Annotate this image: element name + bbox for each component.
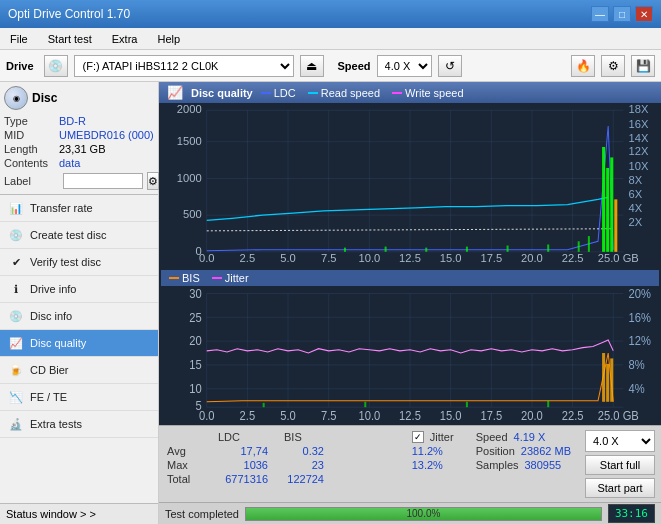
- stats-total-row: Total 6771316 122724: [167, 472, 396, 486]
- svg-rect-53: [578, 241, 580, 251]
- nav-transfer-rate[interactable]: 📊 Transfer rate: [0, 195, 158, 222]
- svg-rect-95: [602, 353, 605, 402]
- position-value: 23862 MB: [521, 445, 571, 457]
- jitter-color-dot: [212, 277, 222, 279]
- speed-select[interactable]: 4.0 X Max 2.0 X 8.0 X: [377, 55, 432, 77]
- disc-quality-icon: 📈: [8, 335, 24, 351]
- disc-label-row: Label ⚙: [4, 172, 154, 190]
- lower-chart-svg: 30 25 20 15 10 5 20% 16% 12% 8% 4% 0.0: [161, 288, 659, 423]
- nav-cd-bier[interactable]: 🍺 CD Bier: [0, 357, 158, 384]
- nav-disc-quality-label: Disc quality: [30, 337, 86, 349]
- nav-disc-quality[interactable]: 📈 Disc quality: [0, 330, 158, 357]
- legend-write-speed: Write speed: [392, 87, 464, 99]
- legend-jitter-label: Jitter: [225, 272, 249, 284]
- svg-text:0.0: 0.0: [199, 252, 215, 264]
- disc-type-label: Type: [4, 115, 59, 127]
- drive-select[interactable]: (F:) ATAPI iHBS112 2 CL0K: [74, 55, 294, 77]
- nav-drive-info[interactable]: ℹ Drive info: [0, 276, 158, 303]
- nav-create-test-disc[interactable]: 💿 Create test disc: [0, 222, 158, 249]
- stats-total-ldc: 6771316: [218, 473, 268, 485]
- svg-text:0.0: 0.0: [199, 409, 215, 421]
- burn-button[interactable]: 🔥: [571, 55, 595, 77]
- progress-bar: 100.0%: [245, 507, 602, 521]
- svg-rect-54: [588, 236, 590, 252]
- save-button[interactable]: 💾: [631, 55, 655, 77]
- refresh-button[interactable]: ↺: [438, 55, 462, 77]
- nav-extra-tests[interactable]: 🔬 Extra tests: [0, 411, 158, 438]
- drive-icon-button[interactable]: 💿: [44, 55, 68, 77]
- position-row: Position 23862 MB: [476, 444, 571, 458]
- svg-rect-51: [507, 246, 509, 252]
- stats-header-row: LDC BIS: [167, 430, 396, 444]
- svg-text:20: 20: [189, 335, 201, 347]
- disc-label-label: Label: [4, 175, 59, 187]
- svg-rect-98: [263, 402, 265, 406]
- sidebar: ◉ Disc Type BD-R MID UMEBDR016 (000) Len…: [0, 82, 159, 524]
- position-header: Position: [476, 445, 515, 457]
- menu-extra[interactable]: Extra: [108, 31, 142, 47]
- svg-rect-52: [547, 244, 549, 251]
- nav-fe-te[interactable]: 📉 FE / TE: [0, 384, 158, 411]
- svg-text:500: 500: [183, 208, 202, 220]
- svg-text:12%: 12%: [629, 335, 651, 347]
- disc-contents-row: Contents data: [4, 156, 154, 170]
- disc-section-label: Disc: [32, 91, 57, 105]
- svg-text:8%: 8%: [629, 359, 645, 371]
- bis-color-dot: [169, 277, 179, 279]
- nav-create-test-disc-label: Create test disc: [30, 229, 106, 241]
- menu-start-test[interactable]: Start test: [44, 31, 96, 47]
- svg-rect-45: [610, 157, 613, 251]
- svg-text:2X: 2X: [629, 215, 643, 227]
- stats-avg-label: Avg: [167, 445, 202, 457]
- svg-text:15: 15: [189, 359, 201, 371]
- nav-fe-te-label: FE / TE: [30, 391, 67, 403]
- nav-disc-info-label: Disc info: [30, 310, 72, 322]
- start-full-button[interactable]: Start full: [585, 455, 655, 475]
- svg-text:10: 10: [189, 382, 201, 394]
- menu-help[interactable]: Help: [153, 31, 184, 47]
- svg-text:16X: 16X: [629, 118, 649, 130]
- lower-chart-legend-bar: BIS Jitter: [161, 270, 659, 286]
- nav-verify-test-disc-label: Verify test disc: [30, 256, 101, 268]
- svg-text:12.5: 12.5: [399, 252, 421, 264]
- nav-disc-info[interactable]: 💿 Disc info: [0, 303, 158, 330]
- maximize-button[interactable]: □: [613, 6, 631, 22]
- chart-icon: 📈: [167, 85, 183, 100]
- svg-rect-50: [466, 247, 468, 252]
- disc-icon: ◉: [4, 86, 28, 110]
- cd-bier-icon: 🍺: [8, 362, 24, 378]
- disc-label-button[interactable]: ⚙: [147, 172, 159, 190]
- jitter-checkbox[interactable]: ✓: [412, 431, 424, 443]
- eject-button[interactable]: ⏏: [300, 55, 324, 77]
- ldc-bis-stats: LDC BIS Avg 17,74 0.32 Max 1036 23 Total…: [159, 426, 404, 502]
- minimize-button[interactable]: —: [591, 6, 609, 22]
- jitter-avg-row: 11.2%: [412, 444, 460, 458]
- speed-current-value: 4.19 X: [514, 431, 546, 443]
- svg-rect-43: [602, 147, 605, 252]
- svg-rect-44: [606, 168, 609, 252]
- close-button[interactable]: ✕: [635, 6, 653, 22]
- speed-header: Speed: [476, 431, 508, 443]
- menu-file[interactable]: File: [6, 31, 32, 47]
- start-part-button[interactable]: Start part: [585, 478, 655, 498]
- stats-speed-dropdown[interactable]: 4.0 X Max: [585, 430, 655, 452]
- svg-text:4%: 4%: [629, 382, 645, 394]
- nav-drive-info-label: Drive info: [30, 283, 76, 295]
- svg-text:18X: 18X: [629, 105, 649, 115]
- chart-title: Disc quality: [191, 87, 253, 99]
- nav-cd-bier-label: CD Bier: [30, 364, 69, 376]
- svg-text:20%: 20%: [629, 288, 651, 300]
- window-controls: — □ ✕: [591, 6, 653, 22]
- status-window-button[interactable]: Status window > >: [0, 503, 158, 524]
- options-button[interactable]: ⚙: [601, 55, 625, 77]
- bottom-bar: Test completed 100.0% 33:16: [159, 502, 661, 524]
- disc-label-input[interactable]: [63, 173, 143, 189]
- svg-text:14X: 14X: [629, 132, 649, 144]
- svg-text:16%: 16%: [629, 311, 651, 323]
- nav-verify-test-disc[interactable]: ✔ Verify test disc: [0, 249, 158, 276]
- disc-section: ◉ Disc Type BD-R MID UMEBDR016 (000) Len…: [0, 82, 158, 195]
- progress-percentage: 100.0%: [246, 508, 601, 520]
- legend-jitter: Jitter: [212, 272, 249, 284]
- ldc-color-dot: [261, 92, 271, 94]
- jitter-max-row: 13.2%: [412, 458, 460, 472]
